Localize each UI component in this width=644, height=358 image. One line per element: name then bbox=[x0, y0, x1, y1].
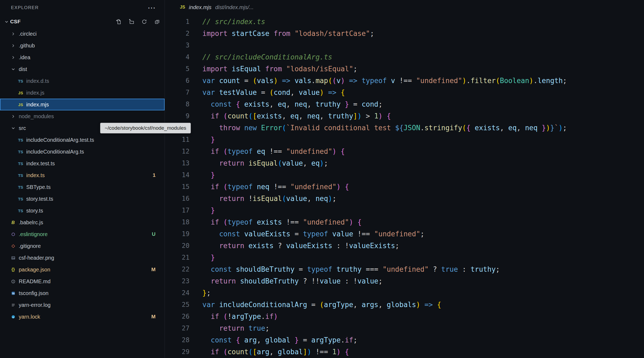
refresh-icon[interactable] bbox=[142, 19, 147, 24]
code-line-16[interactable]: 16 return !isEqual(value, neq); bbox=[165, 193, 644, 204]
code-area[interactable]: 1// src/index.ts2import startCase from "… bbox=[165, 14, 644, 358]
code-text: return true; bbox=[202, 322, 269, 334]
tree-folder-.circleci[interactable]: .circleci bbox=[0, 28, 165, 40]
line-number: 6 bbox=[165, 75, 190, 87]
tree-file-includeConditionalArg.ts[interactable]: TSincludeConditionalArg.ts bbox=[0, 146, 165, 158]
status-badge: U bbox=[152, 231, 156, 237]
tree-file-index.ts[interactable]: TSindex.ts1 bbox=[0, 169, 165, 181]
tree-file-yarn-error.log[interactable]: yarn-error.log bbox=[0, 299, 165, 311]
line-number: 1 bbox=[165, 16, 190, 28]
code-line-21[interactable]: 21 } bbox=[165, 252, 644, 263]
status-badge: M bbox=[151, 267, 156, 273]
code-line-17[interactable]: 17 } bbox=[165, 204, 644, 216]
code-text: if (typeof neq !== "undefined") { bbox=[202, 181, 349, 193]
file-label: includeConditionalArg.test.ts bbox=[26, 137, 94, 143]
file-tree: .circleci.github.ideadistTSindex.d.tsJSi… bbox=[0, 28, 165, 323]
file-label: .github bbox=[19, 43, 35, 49]
code-line-20[interactable]: 20 return exists ? valueExists : !valueE… bbox=[165, 240, 644, 252]
code-line-4[interactable]: 4// src/includeConditionalArg.ts bbox=[165, 51, 644, 63]
tree-file-index.test.ts[interactable]: TSindex.test.ts bbox=[0, 158, 165, 169]
collapse-all-icon[interactable] bbox=[154, 19, 160, 24]
tree-file-package.json[interactable]: {}package.jsonM bbox=[0, 264, 165, 275]
tree-file-index.mjs[interactable]: JSindex.mjs bbox=[0, 99, 165, 110]
code-line-14[interactable]: 14 } bbox=[165, 169, 644, 181]
code-text: import startCase from "lodash/startCase"… bbox=[202, 28, 374, 39]
code-text: if (count([exists, eq, neq, truthy]) > 1… bbox=[202, 110, 391, 122]
json-braces-icon: {} bbox=[12, 267, 15, 272]
tree-file-.eslintignore[interactable]: .eslintignoreU bbox=[0, 228, 165, 240]
code-line-13[interactable]: 13 return isEqual(value, eq); bbox=[165, 157, 644, 169]
ts-icon: TS bbox=[18, 197, 23, 201]
new-folder-icon[interactable] bbox=[129, 19, 134, 24]
code-line-5[interactable]: 5import isEqual from "lodash/isEqual"; bbox=[165, 63, 644, 75]
code-line-29[interactable]: 29 if (count([arg, global]) !== 1) { bbox=[165, 346, 644, 358]
code-text: return isEqual(value, eq); bbox=[202, 157, 328, 169]
code-line-24[interactable]: 24}; bbox=[165, 287, 644, 299]
line-number: 2 bbox=[165, 28, 190, 39]
line-number: 15 bbox=[165, 181, 190, 193]
code-line-15[interactable]: 15 if (typeof neq !== "undefined") { bbox=[165, 181, 644, 193]
tree-file-yarn.lock[interactable]: yarn.lockM bbox=[0, 311, 165, 323]
section-header-csf[interactable]: CSF bbox=[0, 16, 165, 28]
code-line-9[interactable]: 9 if (count([exists, eq, neq, truthy]) >… bbox=[165, 110, 644, 122]
code-line-7[interactable]: 7var testValue = (cond, value) => { bbox=[165, 87, 644, 98]
code-line-6[interactable]: 6var count = (vals) => vals.map((v) => t… bbox=[165, 75, 644, 87]
eslint-icon bbox=[11, 232, 16, 237]
tree-folder-.github[interactable]: .github bbox=[0, 40, 165, 51]
tree-file-story.ts[interactable]: TSstory.ts bbox=[0, 205, 165, 217]
code-text: } bbox=[202, 252, 215, 263]
explorer-sidebar: EXPLORER ⋯ CSF bbox=[0, 0, 165, 358]
tree-file-.gitignore[interactable]: .gitignore bbox=[0, 240, 165, 252]
line-number: 4 bbox=[165, 51, 190, 63]
tree-folder-dist[interactable]: dist bbox=[0, 63, 165, 75]
code-line-1[interactable]: 1// src/index.ts bbox=[165, 16, 644, 28]
tree-file-csf-header.png[interactable]: csf-header.png bbox=[0, 252, 165, 264]
file-label: .idea bbox=[19, 54, 30, 61]
chevron-down-icon bbox=[11, 126, 16, 130]
more-actions-icon[interactable]: ⋯ bbox=[148, 4, 156, 12]
file-label: tsconfig.json bbox=[19, 290, 48, 296]
code-line-25[interactable]: 25var includeConditionalArg = (argType, … bbox=[165, 299, 644, 311]
file-label: csf-header.png bbox=[19, 255, 54, 261]
tree-folder-.idea[interactable]: .idea bbox=[0, 51, 165, 63]
code-line-27[interactable]: 27 return true; bbox=[165, 322, 644, 334]
tree-file-tsconfig.json[interactable]: TStsconfig.json bbox=[0, 287, 165, 299]
tree-file-.babelrc.js[interactable]: B.babelrc.js bbox=[0, 217, 165, 228]
code-text: return !isEqual(value, neq); bbox=[202, 193, 336, 204]
code-line-23[interactable]: 23 return shouldBeTruthy ? !!value : !va… bbox=[165, 275, 644, 287]
tree-file-index.js[interactable]: JSindex.js bbox=[0, 87, 165, 99]
breadcrumb[interactable]: dist/index.mjs/... bbox=[215, 4, 253, 10]
line-number: 27 bbox=[165, 322, 190, 334]
tree-file-SBType.ts[interactable]: TSSBType.ts bbox=[0, 181, 165, 193]
code-line-8[interactable]: 8 const { exists, eq, neq, truthy } = co… bbox=[165, 98, 644, 110]
line-number: 18 bbox=[165, 216, 190, 228]
code-text: if (count([arg, global]) !== 1) { bbox=[202, 346, 349, 358]
code-line-22[interactable]: 22 const shouldBeTruthy = typeof truthy … bbox=[165, 263, 644, 275]
code-line-18[interactable]: 18 if (typeof exists !== "undefined") { bbox=[165, 216, 644, 228]
tsconfig-icon: TS bbox=[11, 291, 16, 296]
code-line-19[interactable]: 19 const valueExists = typeof value !== … bbox=[165, 228, 644, 240]
status-badge: M bbox=[151, 314, 156, 320]
code-line-28[interactable]: 28 const { arg, global } = argType.if; bbox=[165, 334, 644, 346]
tree-folder-node_modules[interactable]: node_modules bbox=[0, 110, 165, 122]
line-number: 14 bbox=[165, 169, 190, 181]
code-line-11[interactable]: 11 } bbox=[165, 134, 644, 146]
tab-filename[interactable]: index.mjs bbox=[189, 4, 211, 10]
code-line-10[interactable]: 10 throw new Error(`Invalid conditional … bbox=[165, 122, 644, 134]
tree-file-story.test.ts[interactable]: TSstory.test.ts bbox=[0, 193, 165, 205]
file-label: yarn.lock bbox=[19, 314, 40, 320]
file-label: .gitignore bbox=[19, 243, 41, 249]
ts-icon: TS bbox=[18, 150, 23, 154]
code-text: } bbox=[202, 169, 215, 181]
code-line-26[interactable]: 26 if (!argType.if) bbox=[165, 311, 644, 322]
tree-file-includeConditionalArg.test.ts[interactable]: TSincludeConditionalArg.test.ts bbox=[0, 134, 165, 146]
code-line-3[interactable]: 3 bbox=[165, 39, 644, 51]
chevron-right-icon bbox=[11, 55, 16, 60]
code-line-12[interactable]: 12 if (typeof eq !== "undefined") { bbox=[165, 146, 644, 157]
new-file-icon[interactable] bbox=[116, 19, 121, 24]
code-line-2[interactable]: 2import startCase from "lodash/startCase… bbox=[165, 28, 644, 39]
line-number: 3 bbox=[165, 39, 190, 51]
tree-file-README.md[interactable]: README.md bbox=[0, 275, 165, 287]
tree-file-index.d.ts[interactable]: TSindex.d.ts bbox=[0, 75, 165, 87]
code-text: return exists ? valueExists : !valueExis… bbox=[202, 240, 399, 252]
